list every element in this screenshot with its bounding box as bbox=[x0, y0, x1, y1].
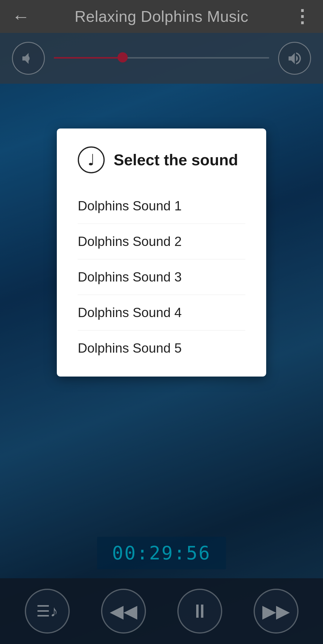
music-note-icon: ♩ bbox=[78, 146, 105, 173]
sound-item-4[interactable]: Dolphins Sound 4 bbox=[78, 295, 245, 331]
sound-item-label-5: Dolphins Sound 5 bbox=[78, 341, 182, 355]
sound-item-label-2: Dolphins Sound 2 bbox=[78, 234, 182, 249]
sound-item-label-4: Dolphins Sound 4 bbox=[78, 305, 182, 320]
modal-header: ♩ Select the sound bbox=[78, 146, 245, 173]
sound-item-label-1: Dolphins Sound 1 bbox=[78, 198, 182, 213]
sound-item-label-3: Dolphins Sound 3 bbox=[78, 270, 182, 284]
sound-selection-modal: ♩ Select the sound Dolphins Sound 1 Dolp… bbox=[57, 129, 266, 377]
modal-overlay[interactable]: ♩ Select the sound Dolphins Sound 1 Dolp… bbox=[0, 0, 323, 644]
sound-item-3[interactable]: Dolphins Sound 3 bbox=[78, 259, 245, 295]
sound-item-1[interactable]: Dolphins Sound 1 bbox=[78, 188, 245, 224]
sound-item-5[interactable]: Dolphins Sound 5 bbox=[78, 331, 245, 356]
sound-item-2[interactable]: Dolphins Sound 2 bbox=[78, 224, 245, 259]
modal-title: Select the sound bbox=[114, 151, 238, 169]
